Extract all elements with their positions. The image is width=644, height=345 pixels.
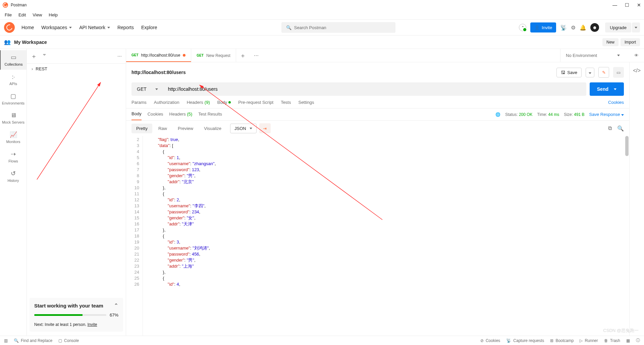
rail-environments[interactable]: ▢Environments [0, 89, 26, 109]
menu-view[interactable]: View [30, 12, 45, 18]
method-label: GET [197, 54, 204, 57]
resp-tab-headers[interactable]: Headers (5) [169, 112, 193, 120]
save-button[interactable]: 🖫Save [556, 68, 582, 77]
cookies-link[interactable]: Cookies [608, 100, 624, 108]
resp-tab-cookies[interactable]: Cookies [148, 112, 163, 120]
rail-collections[interactable]: ▭Collections [0, 50, 26, 70]
nav-home[interactable]: Home [21, 23, 35, 31]
rail-history[interactable]: ↺History [0, 166, 26, 186]
rail-monitors[interactable]: 📈Monitors [0, 128, 26, 147]
satellite-icon[interactable]: 📡 [560, 24, 567, 31]
footer-capture[interactable]: 📡 Capture requests [506, 338, 544, 343]
resp-tab-body[interactable]: Body [131, 111, 142, 120]
collapse-icon[interactable]: ⌃ [114, 302, 118, 308]
window-minimize-icon[interactable]: — [612, 2, 617, 8]
wrap-lines-icon[interactable]: ⇥ [259, 123, 271, 133]
workspace-name[interactable]: My Workspace [14, 40, 47, 45]
footer-layout-icon[interactable]: ▦ [626, 338, 630, 343]
tab-request-2[interactable]: GET New Request [191, 49, 236, 62]
new-button[interactable]: New [602, 38, 619, 46]
search-input[interactable]: 🔍 Search Postman [281, 22, 395, 33]
footer-trash[interactable]: 🗑 Trash [604, 338, 620, 343]
add-icon[interactable]: ＋ [31, 52, 37, 60]
copy-icon[interactable]: ⧉ [608, 125, 612, 132]
scrollbar[interactable] [625, 136, 629, 156]
view-preview[interactable]: Preview [173, 124, 198, 133]
upgrade-button[interactable]: Upgrade [605, 22, 631, 32]
window-maximize-icon[interactable]: ☐ [625, 2, 629, 8]
response-body[interactable]: 2345678910111213141516171819202122232425… [126, 136, 629, 336]
globe-icon[interactable]: 🌐 [495, 112, 500, 117]
tab-request-1[interactable]: GET http://localhost:80/use [126, 49, 191, 62]
chevron-down-icon [614, 88, 616, 90]
footer-cookies[interactable]: ⊘ Cookies [480, 338, 500, 343]
more-icon[interactable]: ⋯ [117, 54, 122, 59]
search-icon: 🔍 [286, 25, 291, 30]
invite-link[interactable]: Invite [88, 322, 97, 327]
save-icon: 🖫 [561, 70, 565, 75]
rail-apis[interactable]: ჻APIs [0, 70, 26, 89]
postman-logo-icon[interactable] [4, 22, 15, 33]
nav-reports[interactable]: Reports [117, 23, 135, 31]
tab-settings[interactable]: Settings [298, 100, 314, 108]
method-selector[interactable]: GET [131, 82, 163, 96]
nav-explore[interactable]: Explore [141, 23, 158, 31]
tab-tests[interactable]: Tests [281, 100, 291, 108]
menu-file[interactable]: File [2, 12, 14, 18]
eye-icon[interactable]: 👁 [634, 53, 639, 58]
people-icon: 👥 [4, 39, 11, 45]
add-tab-button[interactable]: ＋ [236, 49, 250, 62]
url-input[interactable] [163, 82, 586, 96]
avatar[interactable]: ☻ [590, 23, 599, 32]
tab-headers[interactable]: Headers (9) [187, 100, 210, 108]
invite-button[interactable]: 👤Invite [530, 22, 556, 32]
rail-mock-servers[interactable]: 🖥Mock Servers [0, 109, 26, 128]
footer-console[interactable]: ▢Console [58, 338, 79, 343]
team-card: Start working with your team⌃ 67% Next: … [30, 298, 123, 332]
nav-api-network[interactable]: API Network [78, 23, 111, 31]
sync-status-icon[interactable]: ⌃ [519, 24, 526, 31]
watermark: CSDN @思兔跑一 [603, 328, 639, 334]
view-visualize[interactable]: Visualize [199, 124, 226, 133]
footer-sidebar-toggle[interactable]: ▥ [4, 338, 8, 343]
search-response-icon[interactable]: 🔍 [617, 125, 624, 132]
footer-runner[interactable]: ▷ Runner [580, 338, 598, 343]
send-button[interactable]: Send [590, 82, 624, 96]
view-raw[interactable]: Raw [154, 124, 172, 133]
team-card-title: Start working with your team [34, 303, 103, 308]
dot-icon [228, 101, 231, 104]
menu-edit[interactable]: Edit [16, 12, 29, 18]
upgrade-caret[interactable] [632, 22, 640, 32]
comment-icon[interactable]: ▭ [613, 67, 624, 78]
footer-bootcamp[interactable]: ⊞ Bootcamp [550, 338, 574, 343]
flows-icon: ⇢ [11, 150, 16, 158]
resp-tab-test-results[interactable]: Test Results [198, 112, 222, 120]
tab-body[interactable]: Body [217, 100, 231, 108]
chevron-down-icon [155, 88, 158, 90]
tree-item-rest[interactable]: › REST [27, 64, 126, 74]
search-placeholder: Search Postman [294, 25, 326, 30]
nav-workspaces[interactable]: Workspaces [41, 23, 72, 31]
menu-help[interactable]: Help [46, 12, 60, 18]
format-selector[interactable]: JSON [230, 124, 257, 133]
tab-pre-request[interactable]: Pre-request Script [238, 100, 273, 108]
notifications-icon[interactable]: 🔔 [580, 24, 586, 31]
tab-authorization[interactable]: Authorization [154, 100, 179, 108]
tab-params[interactable]: Params [131, 100, 147, 108]
rail-flows[interactable]: ⇢Flows [0, 147, 26, 166]
environment-selector[interactable]: No Environment [566, 53, 620, 58]
settings-icon[interactable]: ⚙ [571, 24, 576, 31]
footer-help-icon[interactable]: ⓘ [636, 338, 640, 343]
history-icon: ↺ [11, 170, 16, 177]
edit-icon[interactable]: ✎ [598, 67, 609, 78]
save-response-button[interactable]: Save Response [589, 112, 624, 117]
footer-find-replace[interactable]: 🔍Find and Replace [14, 338, 52, 343]
window-close-icon[interactable]: ✕ [637, 2, 641, 8]
tab-more-icon[interactable]: ⋯ [250, 49, 263, 62]
view-pretty[interactable]: Pretty [131, 124, 152, 133]
filter-icon[interactable]: ⫧ [42, 52, 47, 60]
code-snippet-icon[interactable]: </> [633, 68, 641, 74]
chevron-right-icon: › [32, 66, 33, 71]
import-button[interactable]: Import [621, 38, 640, 46]
save-caret[interactable] [586, 68, 594, 77]
